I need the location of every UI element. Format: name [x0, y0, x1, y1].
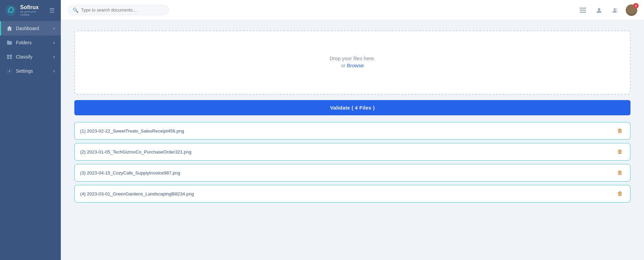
folder-icon — [6, 40, 13, 46]
lines-icon — [580, 8, 586, 13]
main-area: 🔍 — [61, 0, 644, 260]
sidebar-item-settings[interactable]: Settings ∨ — [0, 64, 61, 78]
delete-file-3-button[interactable]: 🗑 — [615, 169, 625, 176]
logo-icon — [5, 4, 17, 17]
delete-file-2-button[interactable]: 🗑 — [615, 148, 625, 156]
brand-name: Sofirux — [20, 4, 45, 10]
file-item: (2) 2023-01-05_TechGizmoCo_PurchaseOrder… — [74, 143, 630, 161]
file-list: (1) 2023-02-22_SweetTreats_SalesReceipt4… — [74, 122, 630, 203]
validate-button[interactable]: Validate ( 4 Files ) — [74, 100, 630, 115]
dropzone-text-line2: or Browse — [341, 63, 364, 68]
users-icon — [612, 7, 618, 13]
sidebar-item-label: Classify — [16, 54, 49, 60]
chevron-down-icon: ∨ — [53, 26, 55, 31]
menu-lines-button[interactable] — [577, 4, 589, 16]
delete-file-1-button[interactable]: 🗑 — [615, 127, 625, 135]
file-name: (1) 2023-02-22_SweetTreats_SalesReceipt4… — [80, 128, 615, 134]
svg-point-6 — [9, 70, 10, 72]
svg-point-10 — [598, 8, 600, 10]
sidebar-item-label: Folders — [16, 40, 49, 45]
file-item: (4) 2023-03-01_GreenGardens_LandscapingB… — [74, 185, 630, 203]
logo-area: Sofirux we grow your visibility ☰ — [0, 0, 61, 21]
file-name: (4) 2023-03-01_GreenGardens_LandscapingB… — [80, 191, 615, 196]
file-item: (1) 2023-02-22_SweetTreats_SalesReceipt4… — [74, 122, 630, 140]
sidebar-item-dashboard[interactable]: Dashboard ∨ — [0, 21, 61, 36]
topbar-right: 2 — [577, 4, 637, 16]
user-avatar-wrap[interactable]: 2 — [626, 4, 637, 16]
logo-text: Sofirux we grow your visibility — [20, 4, 45, 16]
hamburger-button[interactable]: ☰ — [48, 5, 56, 16]
sidebar-item-label: Dashboard — [16, 26, 49, 31]
browse-link[interactable]: Browse — [347, 63, 364, 68]
search-wrap: 🔍 — [68, 5, 169, 15]
delete-file-4-button[interactable]: 🗑 — [615, 190, 625, 197]
settings-icon — [6, 68, 13, 74]
file-name: (3) 2023-04-15_CozyCafe_SupplyInvoice987… — [80, 170, 615, 175]
svg-rect-2 — [7, 55, 9, 57]
user-icon — [596, 7, 602, 13]
svg-point-0 — [5, 5, 16, 16]
dropzone-text-line1: Drop your files here. — [329, 55, 375, 61]
search-icon: 🔍 — [73, 7, 78, 13]
file-item: (3) 2023-04-15_CozyCafe_SupplyInvoice987… — [74, 164, 630, 182]
sidebar: Sofirux we grow your visibility ☰ Dashbo… — [0, 0, 61, 260]
dropzone[interactable]: Drop your files here. or Browse — [74, 30, 630, 95]
sidebar-item-classify[interactable]: Classify ∨ — [0, 50, 61, 64]
svg-point-1 — [10, 9, 12, 10]
chevron-down-icon: ∨ — [53, 41, 55, 45]
svg-rect-5 — [10, 57, 12, 59]
main-content: Drop your files here. or Browse Validate… — [61, 20, 644, 260]
search-input[interactable] — [81, 7, 159, 13]
sidebar-item-folders[interactable]: Folders ∨ — [0, 36, 61, 50]
dropzone-or-text: or — [341, 63, 347, 68]
home-icon — [6, 25, 13, 31]
classify-icon — [6, 54, 13, 60]
user-icon-button[interactable] — [593, 4, 605, 16]
user2-icon-button[interactable] — [610, 4, 621, 16]
notification-badge: 2 — [633, 3, 639, 8]
svg-point-12 — [616, 8, 617, 10]
topbar: 🔍 — [61, 0, 644, 20]
svg-point-11 — [614, 8, 616, 10]
file-name: (2) 2023-01-05_TechGizmoCo_PurchaseOrder… — [80, 149, 615, 155]
chevron-down-icon: ∨ — [53, 69, 55, 73]
brand-tagline: we grow your visibility — [20, 10, 45, 17]
sidebar-item-label: Settings — [16, 68, 49, 74]
svg-rect-4 — [7, 57, 9, 59]
chevron-down-icon: ∨ — [53, 55, 55, 59]
svg-rect-3 — [10, 55, 12, 57]
